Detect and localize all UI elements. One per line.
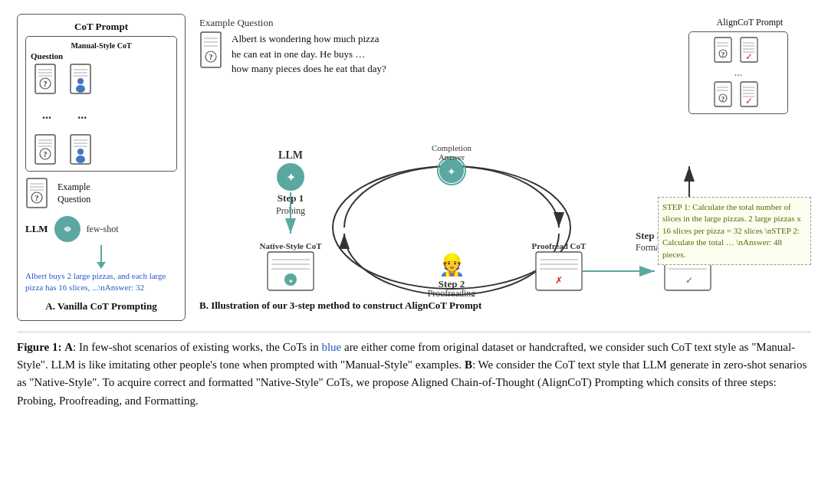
svg-text:👷: 👷 — [439, 252, 465, 277]
caption-body-a: : In few-shot scenarios of existing work… — [73, 341, 321, 353]
svg-text:✗: ✗ — [555, 275, 563, 286]
arrow-down-a — [25, 245, 177, 269]
example-q-title: Example Question — [199, 17, 676, 29]
svg-text:✓: ✓ — [685, 275, 693, 286]
svg-text:?: ? — [44, 150, 48, 159]
panel-b: Example Question ? Albert is wondering h… — [199, 14, 811, 321]
dots-1: ... — [42, 99, 51, 131]
question-doc-icon-1: ? — [34, 64, 60, 96]
three-step-diagram: LLM ✦ Step 1 Probing Native-Style CoT ✦ — [199, 120, 811, 296]
panel-a-caption: A. Vanilla CoT Prompting — [25, 300, 177, 313]
aligncot-q-doc-1: ? — [714, 37, 737, 64]
panel-a: CoT Prompt Manual-Style CoT Question ? — [17, 14, 186, 321]
llm-label: LLM — [25, 223, 48, 235]
svg-text:?: ? — [35, 194, 39, 202]
panel-a-cot-title: CoT Prompt — [25, 21, 177, 33]
manual-style-label: Manual-Style CoT — [31, 41, 172, 50]
svg-text:?: ? — [721, 95, 725, 103]
aligncot-cot-doc-2: ✓ — [740, 81, 763, 109]
figure-label: Figure 1: — [17, 341, 61, 353]
svg-text:✦: ✦ — [288, 278, 294, 285]
question-col-label: Question — [31, 51, 63, 61]
aligncot-row-1: ? ✓ — [714, 37, 763, 64]
svg-point-16 — [77, 78, 84, 84]
llm-row: LLM few-shot — [25, 216, 177, 242]
aligncot-q-doc-2: ? — [714, 81, 737, 109]
cot-doc-icon-2 — [69, 134, 95, 166]
panel-b-top: Example Question ? Albert is wondering h… — [199, 17, 811, 114]
output-box: STEP 1: Calculate the total number of sl… — [658, 197, 811, 265]
svg-text:Native-Style CoT: Native-Style CoT — [260, 241, 323, 250]
few-shot-label: few-shot — [87, 224, 119, 235]
caption-bold-b: B — [465, 358, 472, 371]
svg-text:Proofread CoT: Proofread CoT — [532, 241, 586, 250]
svg-text:✦: ✦ — [286, 171, 296, 184]
svg-point-22 — [77, 149, 84, 155]
svg-text:Proofreading: Proofreading — [428, 288, 476, 296]
svg-text:?: ? — [44, 80, 48, 88]
svg-text:?: ? — [721, 51, 725, 58]
example-q-content: ? Albert is wondering how much pizzahe c… — [199, 31, 676, 77]
aligncot-cot-doc-1: ✓ — [740, 37, 763, 64]
svg-point-23 — [76, 155, 85, 163]
example-q-doc: ? — [199, 31, 225, 70]
svg-text:Completion: Completion — [432, 143, 472, 152]
llm-icon — [54, 216, 80, 242]
cot-doc-icon-1 — [69, 64, 95, 96]
svg-text:Answer: Answer — [439, 152, 465, 162]
panel-a-caption-bold: A. Vanilla CoT Prompting — [45, 300, 156, 312]
example-q-text: Albert is wondering how much pizzahe can… — [232, 31, 386, 77]
example-question-label: ExampleQuestion — [58, 182, 90, 205]
svg-text:✓: ✓ — [745, 51, 753, 62]
aligncot-prompt-area: AlignCoT Prompt ? — [688, 17, 811, 114]
caption-blue-word: blue — [321, 341, 341, 353]
figure-caption: Figure 1: A: In few-shot scenarios of ex… — [17, 332, 811, 410]
caption-bold-a: A — [64, 341, 73, 353]
example-q-area: Example Question ? Albert is wondering h… — [199, 17, 676, 114]
aligncot-rows: ? ✓ ... — [694, 37, 783, 109]
svg-text:✦: ✦ — [447, 166, 456, 178]
cot-prompt-box: Manual-Style CoT Question ? ... — [25, 36, 177, 172]
example-question-doc: ? — [25, 178, 51, 210]
example-question-section: ? ExampleQuestion — [25, 178, 177, 210]
svg-point-17 — [76, 85, 85, 93]
output-text-a: Albert buys 2 large pizzas, and each lar… — [25, 270, 177, 294]
aligncot-dots: ... — [734, 67, 743, 79]
svg-text:LLM: LLM — [278, 149, 303, 161]
panel-b-caption-bold: B. Illustration of our 3-step method to … — [199, 299, 481, 311]
aligncot-prompt-title: AlignCoT Prompt — [688, 17, 811, 28]
aligncot-row-2: ? ✓ — [714, 81, 763, 109]
dots-2: ... — [77, 99, 87, 131]
svg-text:✓: ✓ — [745, 96, 753, 106]
svg-text:?: ? — [209, 53, 213, 61]
panel-b-caption: B. Illustration of our 3-step method to … — [199, 299, 811, 312]
question-doc-icon-2: ? — [34, 134, 60, 166]
aligncot-prompt-box: ? ✓ ... — [688, 31, 788, 114]
